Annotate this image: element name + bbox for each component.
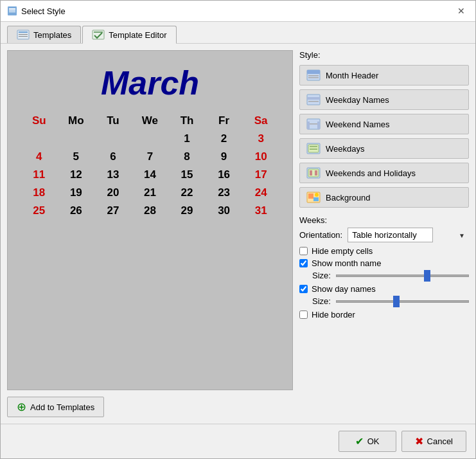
- hide-empty-cells-checkbox[interactable]: [299, 247, 308, 255]
- hide-border-row: Hide border: [299, 310, 469, 320]
- orientation-select-wrapper: Table horizontally Table vertically: [348, 228, 469, 242]
- cell: [21, 130, 58, 148]
- show-month-name-label: Show month name: [312, 258, 381, 268]
- window-icon: [7, 6, 17, 16]
- col-we: We: [132, 112, 169, 130]
- svg-rect-24: [310, 148, 317, 150]
- svg-rect-31: [313, 197, 319, 201]
- cell: 22: [168, 184, 206, 202]
- ok-button[interactable]: ✔ OK: [339, 431, 396, 452]
- svg-rect-1: [9, 8, 15, 10]
- svg-rect-30: [308, 194, 313, 199]
- month-header-icon: [306, 69, 321, 81]
- weekend-names-icon: [306, 118, 321, 130]
- col-tu: Tu: [94, 112, 132, 130]
- add-to-templates-label: Add to Templates: [30, 402, 94, 412]
- weekdays-label: Weekdays: [326, 144, 364, 154]
- hide-empty-cells-label: Hide empty cells: [312, 246, 373, 256]
- svg-rect-19: [317, 122, 320, 129]
- calendar-panel: March Su Mo Tu We Th Fr Sa: [7, 50, 293, 417]
- cell: 20: [94, 184, 132, 202]
- hide-border-label: Hide border: [312, 310, 355, 320]
- weekday-names-button[interactable]: Weekday Names: [299, 89, 469, 110]
- title-bar: Select Style ✕: [1, 1, 475, 22]
- cell: 14: [132, 166, 169, 184]
- cell: 9: [206, 148, 243, 166]
- cell: 11: [21, 166, 58, 184]
- hide-empty-cells-row: Hide empty cells: [299, 246, 469, 256]
- templates-tab-icon: [17, 30, 30, 40]
- orientation-label: Orientation:: [299, 230, 342, 240]
- cell: [94, 130, 132, 148]
- window-title: Select Style: [21, 6, 66, 16]
- template-editor-tab-icon: [92, 30, 105, 40]
- size-label-month: Size:: [312, 271, 331, 280]
- show-month-name-checkbox[interactable]: [299, 259, 308, 267]
- weekday-names-label: Weekday Names: [326, 95, 389, 105]
- cell: 8: [168, 148, 206, 166]
- ok-label: OK: [367, 437, 380, 446]
- col-th: Th: [168, 112, 206, 130]
- weekends-holidays-button[interactable]: Weekends and Holidays: [299, 163, 469, 183]
- cell: 18: [21, 184, 58, 202]
- show-month-name-row: Show month name: [299, 258, 469, 268]
- slider-container-day: [336, 300, 469, 303]
- table-row: 18 19 20 21 22 23 24: [21, 184, 279, 202]
- month-header-button[interactable]: Month Header: [299, 65, 469, 86]
- cell: 31: [242, 202, 279, 220]
- add-to-templates-button[interactable]: ⊕ Add to Templates: [7, 397, 104, 417]
- cell: 10: [242, 148, 279, 166]
- calendar-table: Su Mo Tu We Th Fr Sa: [21, 112, 279, 220]
- svg-rect-20: [310, 123, 317, 125]
- cell: 1: [168, 130, 206, 148]
- table-row: 25 26 27 28 29 30 31: [21, 202, 279, 220]
- svg-rect-6: [19, 34, 28, 35]
- weekdays-icon: [306, 143, 321, 154]
- weeks-section: Weeks: Orientation: Table horizontally T…: [299, 215, 469, 322]
- month-name-size-slider[interactable]: [336, 274, 469, 277]
- tab-template-editor-label: Template Editor: [109, 30, 166, 40]
- cell: 26: [58, 202, 95, 220]
- hide-border-checkbox[interactable]: [299, 310, 308, 319]
- background-button[interactable]: Background: [299, 187, 469, 208]
- background-label: Background: [326, 193, 370, 203]
- cell: 7: [132, 148, 169, 166]
- tab-template-editor[interactable]: Template Editor: [82, 26, 176, 44]
- day-names-size-slider[interactable]: [336, 300, 469, 303]
- cell: 17: [242, 166, 279, 184]
- cell: 28: [132, 202, 169, 220]
- show-day-names-checkbox[interactable]: [299, 285, 308, 293]
- svg-point-32: [315, 193, 319, 197]
- cell: 27: [94, 202, 132, 220]
- add-icon: ⊕: [17, 401, 26, 413]
- calendar-header-row: Su Mo Tu We Th Fr Sa: [21, 112, 279, 130]
- ok-icon: ✔: [355, 435, 364, 447]
- calendar-preview: March Su Mo Tu We Th Fr Sa: [7, 50, 293, 390]
- cancel-button[interactable]: ✖ Cancel: [401, 431, 466, 452]
- cell: 3: [242, 130, 279, 148]
- svg-rect-13: [308, 77, 319, 78]
- col-mo: Mo: [58, 112, 95, 130]
- svg-rect-23: [310, 146, 317, 147]
- right-panel: Style: Month Header Weekday Names: [299, 50, 469, 417]
- svg-rect-3: [9, 12, 15, 12]
- cell: 30: [206, 202, 243, 220]
- orientation-select[interactable]: Table horizontally Table vertically: [348, 228, 433, 242]
- svg-rect-27: [310, 170, 312, 176]
- weekdays-button[interactable]: Weekdays: [299, 138, 469, 159]
- cell: 15: [168, 166, 206, 184]
- cell: 12: [58, 166, 95, 184]
- svg-rect-12: [308, 75, 319, 76]
- close-button[interactable]: ✕: [454, 4, 469, 17]
- cell: 24: [242, 184, 279, 202]
- weekend-names-button[interactable]: Weekend Names: [299, 114, 469, 134]
- svg-rect-15: [307, 97, 320, 100]
- orientation-row: Orientation: Table horizontally Table ve…: [299, 228, 469, 242]
- tab-templates[interactable]: Templates: [7, 26, 81, 43]
- cell: 13: [94, 166, 132, 184]
- cell: 29: [168, 202, 206, 220]
- svg-rect-5: [19, 32, 28, 33]
- size-row-day: Size:: [312, 296, 469, 306]
- col-su: Su: [21, 112, 58, 130]
- month-header-label: Month Header: [326, 71, 378, 80]
